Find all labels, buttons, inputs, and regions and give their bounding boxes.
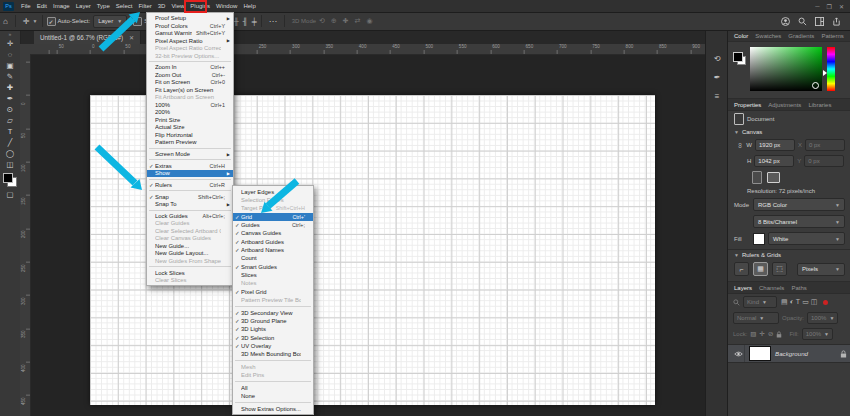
workspace-icon[interactable] [812, 17, 827, 26]
toggle-grid-button[interactable]: ▦ [753, 262, 768, 276]
tab-color[interactable]: Color [734, 33, 748, 39]
color-swatches[interactable] [3, 173, 17, 187]
gradient-tool[interactable]: ▱ [1, 115, 19, 126]
align-icon-1[interactable]: ╫ [234, 18, 239, 25]
menu-item-snap-to[interactable]: Snap To▶ [147, 200, 233, 208]
menu-item-guides[interactable]: ✓GuidesCtrl+; [233, 221, 313, 229]
menu-item-actual-size[interactable]: Actual Size [147, 124, 233, 132]
lasso-tool[interactable]: ◌ [1, 49, 19, 60]
screen-mode-tool[interactable]: ▢ [1, 189, 19, 200]
foreground-color-swatch[interactable] [733, 52, 743, 62]
menu-item-32-bit-preview-options[interactable]: 32-bit Preview Options... [147, 52, 233, 60]
menubar-item-edit[interactable]: Edit [34, 0, 50, 12]
menubar-item-window[interactable]: Window [213, 0, 240, 12]
chevron-down-icon[interactable]: ▼ [734, 129, 739, 135]
menu-item-smart-guides[interactable]: ✓Smart Guides [233, 263, 313, 271]
toolbar-collapse-icon[interactable]: » [9, 30, 12, 38]
menubar-item-filter[interactable]: Filter [135, 0, 154, 12]
menu-item-screen-mode[interactable]: Screen Mode▶ [147, 150, 233, 158]
maximize-button[interactable]: ❒ [827, 3, 832, 10]
horizontal-ruler[interactable]: 5005010015020025030035040045050055060065… [30, 44, 705, 55]
tab-gradients[interactable]: Gradients [788, 33, 814, 39]
toggle-guides-button[interactable]: ⬚ [772, 262, 787, 276]
layer-visibility-toggle[interactable] [732, 345, 745, 362]
menu-item-pixel-aspect-ratio[interactable]: Pixel Aspect Ratio▶ [147, 37, 233, 45]
tab-swatches[interactable]: Swatches [755, 33, 781, 39]
move-tool-icon[interactable]: ✛ [20, 17, 33, 26]
menu-item-count[interactable]: Count [233, 254, 313, 262]
menu-item-snap[interactable]: ✓SnapShift+Ctrl+; [147, 193, 233, 201]
filter-type-icon-3[interactable]: ▭ [801, 298, 810, 306]
minimize-button[interactable]: ─ [815, 3, 819, 10]
zoom-tool[interactable]: ◯ [1, 148, 19, 159]
menu-item-artboard-names[interactable]: ✓Artboard Names [233, 246, 313, 254]
menu-item-zoom-out[interactable]: Zoom OutCtrl+- [147, 71, 233, 79]
menu-item-flip-horizontal[interactable]: Flip Horizontal [147, 131, 233, 139]
menu-item-show-extras-options[interactable]: Show Extras Options... [233, 405, 313, 413]
healing-brush-tool[interactable]: ✚ [1, 82, 19, 93]
clone-stamp-tool[interactable]: ⊙ [1, 104, 19, 115]
menu-item-gamut-warning[interactable]: Gamut WarningShift+Ctrl+Y [147, 30, 233, 38]
document-tab[interactable]: Untitled-1 @ 66.7% (RGB/8#) ✕ [34, 30, 141, 44]
lock-icon-0[interactable]: ▨ [750, 330, 756, 338]
width-input[interactable]: 1920 px [755, 139, 795, 151]
panel-color-swatches[interactable] [733, 52, 746, 65]
link-dimensions-icon[interactable]: ∞ [737, 142, 744, 147]
menu-item-rulers[interactable]: ✓RulersCtrl+R [147, 181, 233, 189]
move-tool[interactable]: ✛ [1, 38, 19, 49]
menu-item-fit-on-screen[interactable]: Fit on ScreenCtrl+0 [147, 79, 233, 87]
menu-item-print-size[interactable]: Print Size [147, 116, 233, 124]
share-icon[interactable] [829, 17, 844, 26]
tab-patterns[interactable]: Patterns [821, 33, 843, 39]
tab-adjustments[interactable]: Adjustments [768, 102, 801, 108]
menu-item-clear-guides[interactable]: Clear Guides [147, 220, 233, 228]
menu-item-3d-lights[interactable]: ✓3D Lights [233, 325, 313, 333]
chevron-down-icon[interactable]: ▼ [33, 18, 38, 24]
vertical-ruler[interactable]: 050100150200250300350400450 [20, 54, 31, 416]
chevron-down-icon[interactable]: ▼ [734, 252, 739, 258]
layer-row-background[interactable]: Background [728, 344, 850, 363]
menu-item-clear-canvas-guides[interactable]: Clear Canvas Guides [147, 235, 233, 243]
tab-libraries[interactable]: Libraries [808, 102, 831, 108]
hue-slider[interactable] [827, 47, 835, 91]
brush-settings-icon[interactable]: ✒ [714, 73, 721, 82]
menu-item-new-guide[interactable]: New Guide... [147, 242, 233, 250]
menu-item-100[interactable]: 100%Ctrl+1 [147, 101, 233, 109]
menubar-item-layer[interactable]: Layer [73, 0, 94, 12]
bit-depth-dropdown[interactable]: 8 Bits/Channel ▼ [753, 215, 845, 228]
menu-item-artboard-guides[interactable]: ✓Artboard Guides [233, 238, 313, 246]
eyedropper-tool[interactable]: ✎ [1, 71, 19, 82]
menu-item-grid[interactable]: ✓GridCtrl+' [233, 213, 313, 221]
quick-mask-tool[interactable]: ◫ [1, 159, 19, 170]
menu-item-notes[interactable]: Notes [233, 279, 313, 287]
menu-item-selection-edges[interactable]: Selection Edges [233, 196, 313, 204]
align-icon-2[interactable]: ╢ [243, 18, 248, 25]
layer-thumbnail[interactable] [749, 346, 771, 361]
crop-tool[interactable]: ▣ [1, 60, 19, 71]
tab-paths[interactable]: Paths [791, 285, 806, 291]
menu-item-mesh[interactable]: Mesh [233, 363, 313, 371]
close-button[interactable]: ✕ [839, 3, 844, 10]
menubar-item-image[interactable]: Image [50, 0, 73, 12]
hue-slider-marker[interactable] [823, 70, 827, 76]
menu-item-show[interactable]: Show▶ [147, 170, 233, 178]
units-dropdown[interactable]: Pixels ▼ [797, 263, 845, 276]
auto-select-target-dropdown[interactable]: Layer ▼ [93, 15, 127, 28]
menubar-item-help[interactable]: Help [240, 0, 258, 12]
menu-item-proof-colors[interactable]: Proof ColorsCtrl+Y [147, 22, 233, 30]
menu-item-layer-edges[interactable]: Layer Edges [233, 188, 313, 196]
fill-swatch[interactable] [753, 233, 765, 245]
lock-icon-1[interactable]: ✛ [760, 330, 765, 338]
type-tool[interactable]: T [1, 126, 19, 137]
filter-type-icon-0[interactable]: ▤ [780, 298, 789, 306]
foreground-color-swatch[interactable] [3, 173, 13, 183]
show-transform-checkbox[interactable] [133, 17, 142, 26]
menubar-item-3d[interactable]: 3D [155, 0, 169, 12]
adjustments-icon[interactable]: ≡ [715, 92, 720, 101]
toggle-rulers-button[interactable]: ⌐ [734, 262, 749, 276]
menu-item-zoom-in[interactable]: Zoom InCtrl++ [147, 64, 233, 72]
menu-item-3d-selection[interactable]: ✓3D Selection [233, 334, 313, 342]
menu-item-3d-mesh-bounding-box[interactable]: 3D Mesh Bounding Box [233, 350, 313, 358]
menubar-item-select[interactable]: Select [113, 0, 136, 12]
height-input[interactable]: 1042 px [754, 155, 794, 167]
